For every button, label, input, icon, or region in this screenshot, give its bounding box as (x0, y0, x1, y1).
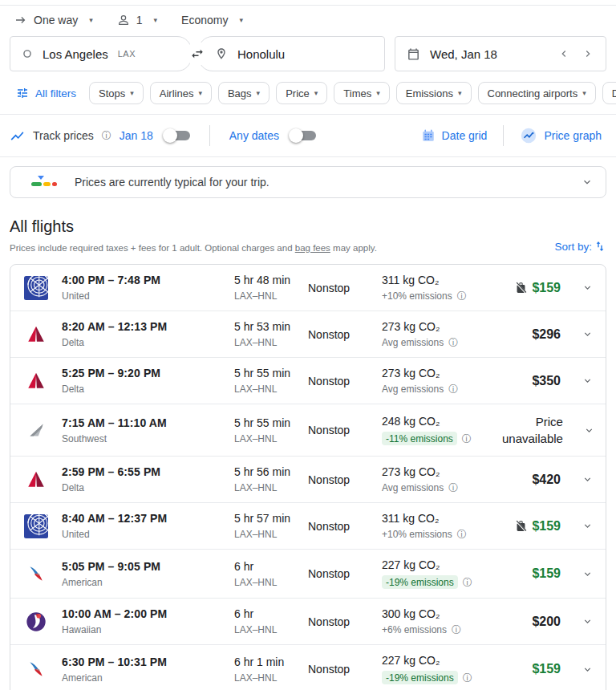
info-icon[interactable]: ⓘ (462, 434, 472, 444)
cabin-class-dropdown[interactable]: Economy ▾ (181, 14, 243, 26)
airline-name: United (62, 290, 234, 302)
chevron-down-icon (582, 521, 593, 531)
filter-chip-price[interactable]: Price▾ (276, 82, 327, 104)
flight-duration: 5 hr 56 min (234, 465, 308, 478)
flight-row[interactable]: 8:20 AM – 12:13 PMDelta5 hr 53 minLAX–HN… (10, 310, 606, 357)
departure-arrival-times: 5:05 PM – 9:05 PM (62, 560, 234, 573)
flight-route: LAX–HNL (234, 433, 308, 444)
flight-row[interactable]: 4:00 PM – 7:48 PMUnited5 hr 48 minLAX–HN… (10, 265, 606, 310)
chevron-left-icon (558, 48, 569, 59)
stops-cell: Nonstop (308, 375, 382, 388)
up-down-arrows-icon (594, 240, 606, 253)
stops-label: Nonstop (308, 328, 382, 341)
price-cell: $159 (502, 519, 569, 534)
info-icon[interactable]: ⓘ (448, 483, 458, 493)
page-title: All flights (10, 217, 606, 236)
price-graph-button[interactable]: Price graph (515, 127, 606, 144)
flight-duration: 5 hr 57 min (234, 512, 308, 525)
filter-chip-duration[interactable]: Duration▾ (602, 82, 616, 104)
track-date-toggle[interactable] (163, 128, 190, 143)
flight-row[interactable]: 8:40 AM – 12:37 PMUnited5 hr 57 minLAX–H… (10, 502, 606, 549)
info-icon[interactable]: ⓘ (457, 530, 467, 539)
price-cell: $159 (502, 566, 569, 581)
chevron-down-icon (582, 569, 593, 579)
search-row: Los Angeles LAX Honolulu Wed, Jan 18 (0, 33, 616, 71)
emissions-badge: -19% emissions (382, 575, 458, 589)
filter-chip-bags[interactable]: Bags▾ (218, 82, 270, 104)
expand-flight-button[interactable] (569, 521, 606, 531)
stops-label: Nonstop (308, 663, 382, 676)
flight-row[interactable]: 5:05 PM – 9:05 PMAmerican6 hrLAX–HNLNons… (10, 549, 606, 598)
date-grid-button[interactable]: Date grid (416, 128, 492, 143)
price-insight-banner[interactable]: Prices are currently typical for your tr… (10, 166, 606, 198)
filter-chip-emissions[interactable]: Emissions▾ (396, 82, 472, 104)
filter-chip-times[interactable]: Times▾ (334, 82, 389, 104)
info-icon[interactable]: ⓘ (463, 673, 472, 683)
flight-row[interactable]: 7:15 AM – 11:10 AMSouthwest5 hr 55 minLA… (10, 404, 606, 456)
price-cell: $159 (502, 281, 569, 295)
flight-price: $159 (532, 281, 561, 295)
bag-fees-link[interactable]: bag fees (295, 243, 330, 253)
airline-logo-united-icon (10, 514, 62, 538)
sort-by-button[interactable]: Sort by: (554, 240, 606, 253)
destination-input[interactable]: Honolulu (198, 36, 385, 71)
filter-chip-stops[interactable]: Stops▾ (89, 82, 144, 104)
expand-flight-button[interactable] (569, 375, 606, 386)
expand-flight-button[interactable] (569, 282, 606, 293)
info-icon[interactable]: ⓘ (448, 338, 458, 347)
expand-flight-button[interactable] (569, 664, 606, 675)
price-cell: $420 (502, 473, 569, 487)
chevron-down-icon: ▾ (239, 16, 243, 24)
stops-cell: Nonstop (308, 328, 382, 341)
emissions-cell: 273 kg CO₂Avg emissionsⓘ (382, 320, 502, 348)
origin-input[interactable]: Los Angeles LAX (10, 36, 192, 71)
filter-chip-connecting-airports[interactable]: Connecting airports▾ (478, 82, 596, 104)
flight-route: LAX–HNL (234, 529, 308, 540)
price-cell: $296 (502, 327, 569, 342)
expand-flight-button[interactable] (569, 474, 606, 485)
info-icon[interactable]: ⓘ (102, 131, 111, 140)
next-date-button[interactable] (577, 43, 599, 65)
expand-flight-button[interactable] (571, 425, 606, 436)
departure-arrival-times: 2:59 PM – 6:55 PM (62, 465, 234, 478)
chevron-down-icon: ▾ (376, 89, 380, 97)
info-icon[interactable]: ⓘ (452, 625, 461, 635)
chevron-down-icon[interactable] (582, 177, 593, 188)
filter-chip-airlines[interactable]: Airlines▾ (150, 82, 212, 104)
info-icon[interactable]: ⓘ (448, 384, 458, 394)
flight-row[interactable]: 6:30 PM – 10:31 PMAmerican6 hr 1 minLAX–… (10, 644, 606, 690)
all-filters-button[interactable]: All filters (10, 87, 83, 99)
stops-cell: Nonstop (308, 567, 382, 580)
airline-logo-southwest-icon (10, 420, 62, 440)
any-dates-toggle[interactable] (289, 128, 316, 143)
info-icon[interactable]: ⓘ (463, 578, 472, 587)
date-input[interactable]: Wed, Jan 18 (395, 36, 606, 71)
expand-flight-button[interactable] (569, 329, 606, 339)
stops-label: Nonstop (308, 520, 382, 533)
emissions-cell: 227 kg CO₂-19% emissionsⓘ (382, 654, 502, 684)
previous-date-button[interactable] (553, 43, 575, 65)
filter-chip-label: Stops (99, 87, 125, 99)
expand-flight-button[interactable] (569, 569, 606, 579)
emissions-delta: Avg emissions (382, 482, 444, 493)
duration-cell: 5 hr 56 minLAX–HNL (234, 465, 308, 493)
disclaimer-suffix: may apply. (330, 243, 377, 253)
price-disclaimer: Prices include required taxes + fees for… (10, 243, 554, 253)
passengers-dropdown[interactable]: 1 ▾ (117, 14, 157, 26)
stops-cell: Nonstop (308, 424, 382, 436)
duration-cell: 6 hr 1 minLAX–HNL (234, 656, 308, 684)
flight-row[interactable]: 5:25 PM – 9:20 PMDelta5 hr 55 minLAX–HNL… (10, 357, 606, 404)
flight-row[interactable]: 2:59 PM – 6:55 PMDelta5 hr 56 minLAX–HNL… (10, 456, 606, 502)
chevron-down-icon: ▾ (314, 89, 318, 97)
swap-route-button[interactable] (185, 42, 209, 66)
filter-chip-label: Airlines (160, 87, 194, 99)
trip-type-dropdown[interactable]: One way ▾ (14, 14, 93, 26)
any-dates-label[interactable]: Any dates (229, 129, 279, 142)
expand-flight-button[interactable] (569, 616, 606, 627)
tracked-date-label[interactable]: Jan 18 (120, 129, 153, 142)
flight-route: LAX–HNL (234, 337, 308, 348)
passengers-count: 1 (136, 14, 143, 26)
flight-row[interactable]: 10:00 AM – 2:00 PMHawaiian6 hrLAX–HNLNon… (10, 598, 606, 644)
departure-arrival-times: 6:30 PM – 10:31 PM (62, 656, 234, 668)
info-icon[interactable]: ⓘ (457, 291, 467, 301)
